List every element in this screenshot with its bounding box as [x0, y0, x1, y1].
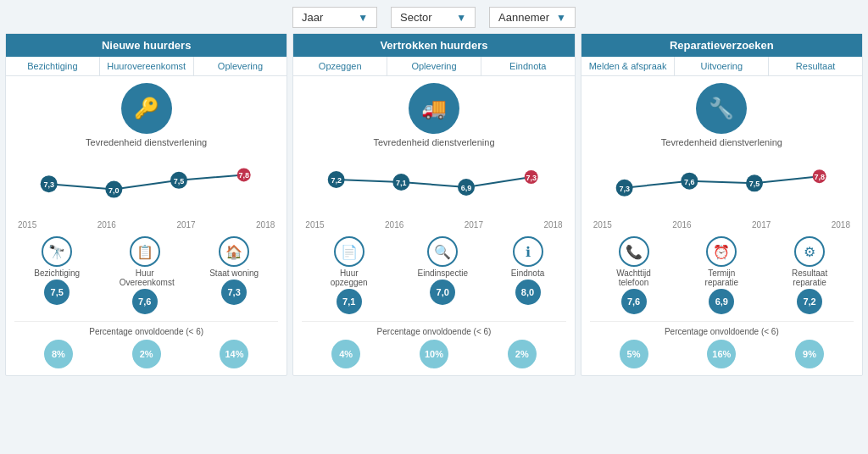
panel-header-nieuwe-huurders: Nieuwe huurders — [6, 34, 287, 57]
service-title-vertrokken-huurders: Tevredenheid dienstverlening — [302, 137, 565, 147]
pct-badge-reparatieverzoeken-2: 9% — [795, 340, 824, 368]
filter-aannemer[interactable]: Aannemer▼ — [489, 7, 576, 28]
sub-item-nieuwe-huurders-2: 🏠Staat woning7,3 — [209, 236, 259, 314]
sub-item-reparatieverzoeken-0: 📞Wachttijd telefoon7,6 — [609, 236, 659, 314]
svg-text:7,6: 7,6 — [684, 178, 695, 186]
sub-item-nieuwe-huurders-1: 📋Huur Overeenkomst7,6 — [120, 236, 170, 314]
pct-row-nieuwe-huurders: 8%2%14% — [14, 340, 278, 368]
pct-badge-nieuwe-huurders-1: 2% — [132, 340, 161, 368]
year-labels-nieuwe-huurders: 2015201620172018 — [14, 220, 278, 230]
svg-text:7,5: 7,5 — [174, 177, 185, 185]
sub-items-reparatieverzoeken: 📞Wachttijd telefoon7,6⏰Termijn reparatie… — [590, 236, 854, 314]
pct-badge-nieuwe-huurders-2: 14% — [220, 340, 248, 368]
chart-svg-reparatieverzoeken: 7,3 7,6 7,5 7,8 — [598, 152, 845, 212]
tab-nieuwe-huurders-2[interactable]: Oplevering — [194, 57, 287, 75]
tab-vertrokken-huurders-1[interactable]: Oplevering — [387, 57, 481, 75]
pct-badge-vertrokken-huurders-0: 4% — [331, 340, 360, 368]
chart-svg-nieuwe-huurders: 7,3 7,0 7,5 7,8 — [23, 152, 270, 212]
pct-badge-vertrokken-huurders-1: 10% — [420, 340, 448, 368]
filter-label-jaar: Jaar — [302, 11, 323, 24]
tab-nieuwe-huurders-0[interactable]: Bezichtiging — [6, 57, 100, 75]
panel-tabs-nieuwe-huurders: BezichtigingHuurovereenkomstOplevering — [6, 57, 287, 76]
sub-label-nieuwe-huurders-0: Bezichtiging — [34, 269, 80, 278]
svg-text:7,8: 7,8 — [238, 171, 249, 180]
sub-icon-reparatieverzoeken-2: ⚙ — [794, 236, 825, 267]
svg-text:7,5: 7,5 — [748, 180, 760, 188]
year-label-2015: 2015 — [305, 220, 324, 230]
year-label-2016: 2016 — [672, 220, 691, 230]
chart-reparatieverzoeken: 7,3 7,6 7,5 7,8 — [598, 152, 845, 220]
chart-svg-vertrokken-huurders: 7,2 7,1 6,9 7,3 — [310, 152, 557, 212]
year-label-2017: 2017 — [176, 220, 195, 230]
tab-vertrokken-huurders-2[interactable]: Eindnota — [481, 57, 575, 75]
sub-item-nieuwe-huurders-0: 🔭Bezichtiging7,5 — [34, 236, 80, 314]
panel-header-reparatieverzoeken: Reparatieverzoeken — [581, 34, 862, 57]
sub-icon-nieuwe-huurders-2: 🏠 — [219, 236, 249, 267]
panel-header-vertrokken-huurders: Vertrokken huurders — [293, 34, 574, 57]
score-badge-nieuwe-huurders-0: 7,5 — [44, 280, 70, 305]
service-title-reparatieverzoeken: Tevredenheid dienstverlening — [590, 137, 854, 147]
dropdown-arrow-sector: ▼ — [456, 12, 466, 24]
tab-vertrokken-huurders-0[interactable]: Opzeggen — [293, 57, 387, 75]
svg-text:7,3: 7,3 — [526, 174, 537, 182]
sub-label-vertrokken-huurders-2: Eindnota — [511, 269, 544, 278]
pct-badge-reparatieverzoeken-1: 16% — [707, 340, 736, 368]
year-label-2017: 2017 — [465, 220, 483, 230]
pct-row-vertrokken-huurders: 4%10%2% — [302, 340, 565, 368]
sub-item-vertrokken-huurders-0: 📄Huur opzeggen7,1 — [324, 236, 375, 314]
tab-nieuwe-huurders-1[interactable]: Huurovereenkomst — [100, 57, 194, 75]
year-label-2018: 2018 — [543, 220, 562, 230]
sub-items-nieuwe-huurders: 🔭Bezichtiging7,5📋Huur Overeenkomst7,6🏠St… — [14, 236, 278, 314]
top-bar: Jaar▼Sector▼Aannemer▼ — [0, 0, 868, 33]
sub-label-vertrokken-huurders-0: Huur opzeggen — [324, 269, 375, 287]
tab-reparatieverzoeken-1[interactable]: Uitvoering — [675, 57, 769, 75]
panel-reparatieverzoeken: ReparatieverzoekenMelden & afspraakUitvo… — [581, 33, 863, 376]
year-label-2016: 2016 — [385, 220, 403, 230]
year-labels-vertrokken-huurders: 2015201620172018 — [302, 220, 565, 230]
service-title-nieuwe-huurders: Tevredenheid dienstverlening — [14, 137, 278, 147]
tab-reparatieverzoeken-2[interactable]: Resultaat — [769, 57, 862, 75]
pct-badge-vertrokken-huurders-2: 2% — [508, 340, 537, 368]
year-label-2018: 2018 — [256, 220, 275, 230]
pct-title-reparatieverzoeken: Percentage onvoldoende (< 6) — [590, 327, 854, 336]
panel-icon-vertrokken-huurders: 🚚 — [409, 83, 459, 134]
sub-label-vertrokken-huurders-1: Eindinspectie — [418, 269, 468, 278]
tab-reparatieverzoeken-0[interactable]: Melden & afspraak — [581, 57, 676, 75]
sub-item-vertrokken-huurders-1: 🔍Eindinspectie7,0 — [418, 236, 468, 314]
panel-tabs-reparatieverzoeken: Melden & afspraakUitvoeringResultaat — [581, 57, 862, 76]
sub-icon-nieuwe-huurders-1: 📋 — [130, 236, 160, 267]
score-badge-vertrokken-huurders-1: 7,0 — [430, 280, 455, 305]
dropdown-arrow-aannemer: ▼ — [556, 12, 566, 24]
filter-sector[interactable]: Sector▼ — [391, 7, 476, 28]
pct-row-reparatieverzoeken: 5%16%9% — [590, 340, 854, 368]
panel-nieuwe-huurders: Nieuwe huurdersBezichtigingHuurovereenko… — [5, 33, 287, 376]
sub-icon-nieuwe-huurders-0: 🔭 — [42, 236, 72, 267]
year-label-2015: 2015 — [18, 220, 36, 230]
pct-badge-nieuwe-huurders-0: 8% — [44, 340, 73, 368]
filter-jaar[interactable]: Jaar▼ — [292, 7, 377, 28]
chart-vertrokken-huurders: 7,2 7,1 6,9 7,3 — [310, 152, 557, 220]
year-label-2015: 2015 — [593, 220, 612, 230]
svg-text:7,8: 7,8 — [814, 173, 825, 181]
svg-text:7,0: 7,0 — [108, 186, 120, 195]
score-badge-vertrokken-huurders-0: 7,1 — [337, 289, 362, 314]
panel-body-vertrokken-huurders: 🚚Tevredenheid dienstverlening 7,2 7,1 6,… — [293, 76, 574, 375]
svg-text:6,9: 6,9 — [461, 184, 472, 192]
year-labels-reparatieverzoeken: 2015201620172018 — [590, 220, 854, 230]
year-label-2018: 2018 — [832, 220, 850, 230]
sub-label-reparatieverzoeken-0: Wachttijd telefoon — [609, 269, 659, 287]
year-label-2017: 2017 — [752, 220, 771, 230]
pct-section-reparatieverzoeken: Percentage onvoldoende (< 6)5%16%9% — [590, 321, 854, 368]
panel-tabs-vertrokken-huurders: OpzeggenOpleveringEindnota — [293, 57, 574, 76]
filter-label-sector: Sector — [400, 11, 432, 24]
pct-badge-reparatieverzoeken-0: 5% — [620, 340, 648, 368]
sub-label-reparatieverzoeken-1: Termijn reparatie — [696, 269, 747, 287]
pct-section-nieuwe-huurders: Percentage onvoldoende (< 6)8%2%14% — [14, 321, 278, 368]
pct-title-nieuwe-huurders: Percentage onvoldoende (< 6) — [14, 327, 278, 336]
sub-label-nieuwe-huurders-1: Huur Overeenkomst — [120, 269, 170, 287]
pct-title-vertrokken-huurders: Percentage onvoldoende (< 6) — [302, 327, 565, 336]
sub-label-nieuwe-huurders-2: Staat woning — [209, 269, 259, 278]
sub-item-reparatieverzoeken-2: ⚙Resultaat reparatie7,2 — [784, 236, 835, 314]
panel-vertrokken-huurders: Vertrokken huurdersOpzeggenOpleveringEin… — [292, 33, 575, 376]
year-label-2016: 2016 — [97, 220, 116, 230]
